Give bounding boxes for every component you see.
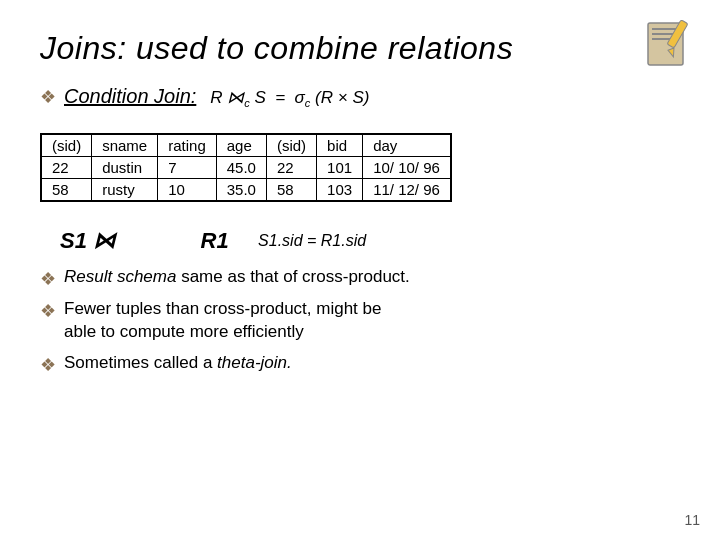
natural-join-condition: S1.sid = R1.sid: [245, 232, 366, 250]
cell-age-1: 45.0: [216, 157, 266, 179]
bottom-bullets: ❖ Result schema same as that of cross-pr…: [40, 266, 680, 376]
cell-age-2: 35.0: [216, 179, 266, 201]
join-table: (sid) sname rating age (sid) bid day 22 …: [40, 133, 452, 202]
cell-rating-2: 10: [158, 179, 217, 201]
bullet-diamond-1: ❖: [40, 86, 56, 108]
bullet-diamond-3: ❖: [40, 300, 56, 322]
table-header-row: (sid) sname rating age (sid) bid day: [42, 135, 451, 157]
table-row: 22 dustin 7 45.0 22 101 10/ 10/ 96: [42, 157, 451, 179]
bullet-theta-join: ❖ Sometimes called a theta-join.: [40, 352, 680, 376]
condition-join-label: Condition Join:: [64, 85, 196, 107]
bullet-text-1: Result schema same as that of cross-prod…: [64, 266, 410, 289]
bullet-text-3: Sometimes called a theta-join.: [64, 352, 292, 375]
col-sname: sname: [92, 135, 158, 157]
cell-bid-2: 103: [317, 179, 363, 201]
cell-rating-1: 7: [158, 157, 217, 179]
cell-day-2: 11/ 12/ 96: [363, 179, 451, 201]
relation-table: (sid) sname rating age (sid) bid day 22 …: [41, 134, 451, 201]
table-row: 58 rusty 10 35.0 58 103 11/ 12/ 96: [42, 179, 451, 201]
bullet-text-2: Fewer tuples than cross-product, might b…: [64, 298, 381, 344]
cell-sname-2: rusty: [92, 179, 158, 201]
col-day: day: [363, 135, 451, 157]
col-sid-l: (sid): [42, 135, 92, 157]
col-bid: bid: [317, 135, 363, 157]
col-age: age: [216, 135, 266, 157]
slide-title: Joins: used to combine relations: [40, 30, 680, 67]
bullet-diamond-2: ❖: [40, 268, 56, 290]
cell-sid-r-2: 58: [266, 179, 316, 201]
cell-sid-r-1: 22: [266, 157, 316, 179]
col-rating: rating: [158, 135, 217, 157]
bullet-fewer-tuples: ❖ Fewer tuples than cross-product, might…: [40, 298, 680, 344]
cell-bid-1: 101: [317, 157, 363, 179]
tool-decoration-icon: [638, 18, 698, 73]
condition-join-section: ❖ Condition Join: R ⋈c S = σc (R × S): [40, 85, 680, 109]
result-schema-italic: Result schema: [64, 267, 176, 286]
bullet-diamond-4: ❖: [40, 354, 56, 376]
bullet-result-schema: ❖ Result schema same as that of cross-pr…: [40, 266, 680, 290]
cell-sid-l-2: 58: [42, 179, 92, 201]
natural-join-formula: S1 ⋈ R1: [60, 228, 229, 254]
condition-join-content: Condition Join: R ⋈c S = σc (R × S): [64, 85, 369, 109]
col-sid-r: (sid): [266, 135, 316, 157]
page-number: 11: [684, 512, 700, 528]
natural-join-formula-row: S1 ⋈ R1 S1.sid = R1.sid: [60, 228, 680, 254]
cell-sname-1: dustin: [92, 157, 158, 179]
formula-inline: R ⋈c S = σc (R × S): [201, 88, 370, 107]
cell-sid-l-1: 22: [42, 157, 92, 179]
cell-day-1: 10/ 10/ 96: [363, 157, 451, 179]
theta-join-italic: theta-join.: [217, 353, 292, 372]
slide: Joins: used to combine relations ❖ Condi…: [0, 0, 720, 540]
